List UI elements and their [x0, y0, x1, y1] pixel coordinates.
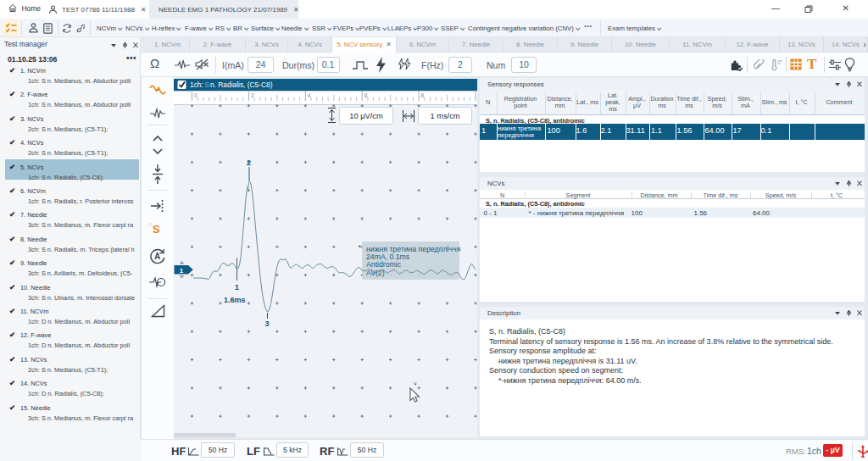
svg-text:6: 6 [364, 92, 368, 98]
svg-text:1: 1 [180, 267, 184, 275]
svg-text:3: 3 [265, 319, 270, 328]
svg-text:AV(2): AV(2) [366, 269, 385, 277]
svg-text:2: 2 [251, 92, 254, 98]
svg-text:4: 4 [308, 92, 311, 98]
svg-text:0: 0 [194, 92, 198, 98]
svg-text:2: 2 [247, 158, 251, 167]
svg-text:1.6ms: 1.6ms [224, 296, 246, 304]
svg-text:8: 8 [421, 92, 425, 98]
svg-text:S: S [205, 81, 210, 89]
svg-text:10 µV/cm: 10 µV/cm [349, 112, 383, 120]
svg-text:1 ms/cm: 1 ms/cm [430, 112, 459, 120]
svg-text:1: 1 [235, 283, 239, 292]
svg-text:A: A [154, 252, 160, 261]
svg-text:1ch:: 1ch: [190, 81, 203, 89]
svg-text:n. Radialis, (C5-C8): n. Radialis, (C5-C8) [210, 81, 273, 89]
